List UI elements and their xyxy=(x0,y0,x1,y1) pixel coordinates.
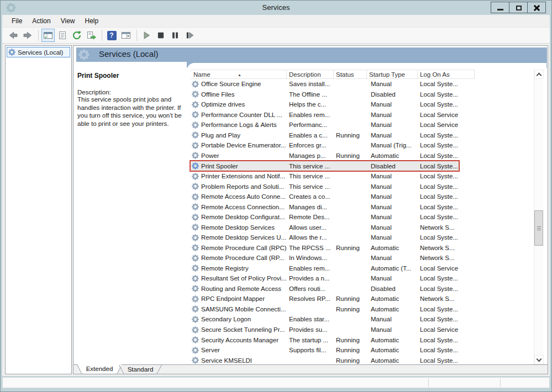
service-row[interactable]: Problem Reports and Soluti...This servic… xyxy=(190,181,475,192)
minimize-button[interactable] xyxy=(491,2,509,13)
service-row[interactable]: Remote Desktop Configurat...Remote Des..… xyxy=(190,212,475,223)
service-status: Running xyxy=(334,132,367,139)
service-name: Remote Registry xyxy=(201,265,249,272)
service-description: In Windows... xyxy=(287,255,334,261)
pause-service-button[interactable] xyxy=(169,29,182,42)
service-startup-type: Manual (Trig... xyxy=(367,142,418,149)
column-header-status[interactable]: Status xyxy=(334,70,367,78)
service-gear-icon xyxy=(192,316,199,323)
service-row[interactable]: Printer Extensions and Notif...This serv… xyxy=(190,171,475,182)
export-list-icon xyxy=(86,30,96,40)
console-tree-panel: Services (Local) xyxy=(5,45,72,374)
service-log-on-as: Local Syste... xyxy=(418,152,475,159)
column-header-description[interactable]: Description xyxy=(287,70,334,78)
service-log-on-as: Local Syste... xyxy=(418,275,475,282)
service-startup-type: Manual xyxy=(367,204,418,210)
service-row[interactable]: Plug and PlayEnables a c...RunningManual… xyxy=(190,130,475,141)
window-title: Services xyxy=(1,1,551,15)
toolbar-separator xyxy=(102,30,102,41)
tab-extended[interactable]: Extended xyxy=(77,364,122,374)
service-row[interactable]: ServerSupports fil...RunningAutomaticLoc… xyxy=(190,345,475,356)
service-log-on-as: Local Syste... xyxy=(418,316,475,322)
service-startup-type: Manual xyxy=(367,112,418,118)
service-row[interactable]: Remote Procedure Call (RPC)The RPCSS ...… xyxy=(190,243,475,253)
service-gear-icon xyxy=(192,152,199,159)
forward-arrow-button[interactable] xyxy=(21,29,34,42)
service-log-on-as: Local Syste... xyxy=(418,357,475,364)
service-row[interactable]: RPC Endpoint MapperResolves RP...Running… xyxy=(190,294,475,304)
refresh-button[interactable] xyxy=(70,29,83,42)
start-service-button[interactable] xyxy=(140,29,153,42)
back-arrow-button[interactable] xyxy=(7,29,20,42)
menu-action[interactable]: Action xyxy=(27,15,55,27)
vertical-scrollbar[interactable] xyxy=(534,70,543,364)
service-row[interactable]: Security Accounts ManagerThe startup ...… xyxy=(190,335,475,345)
stop-service-button[interactable] xyxy=(154,29,167,42)
service-name: Performance Logs & Alerts xyxy=(201,121,277,128)
service-gear-icon xyxy=(192,173,199,180)
service-row[interactable]: Performance Counter DLL ...Enables rem..… xyxy=(190,110,475,120)
service-row[interactable]: Offline FilesThe Offline ...DisabledLoca… xyxy=(190,89,475,100)
service-name: Print Spooler xyxy=(201,163,238,169)
service-description: Manages p... xyxy=(287,152,334,159)
menu-view[interactable]: View xyxy=(56,15,80,27)
service-row[interactable]: Remote Procedure Call (RP...In Windows..… xyxy=(190,253,475,263)
service-row[interactable]: Routing and Remote AccessOffers routi...… xyxy=(190,284,475,294)
service-row[interactable]: Secure Socket Tunneling Pr...Provides su… xyxy=(190,325,475,335)
service-startup-type: Automatic (T... xyxy=(367,265,418,272)
scroll-down-button[interactable] xyxy=(534,355,544,364)
close-button[interactable] xyxy=(527,2,546,13)
service-gear-icon xyxy=(192,255,199,262)
service-description: Provides su... xyxy=(287,326,334,333)
service-row[interactable]: Remote Desktop Services U...Allows the r… xyxy=(190,232,475,243)
service-row[interactable]: Portable Device Enumerator...Enforces gr… xyxy=(190,140,475,151)
menu-file[interactable]: File xyxy=(7,15,27,27)
service-row-print-spooler[interactable]: Print SpoolerThis service ...DisabledLoc… xyxy=(190,161,475,171)
tab-standard[interactable]: Standard xyxy=(119,365,162,374)
restart-service-button[interactable] xyxy=(183,29,196,42)
service-description: Allows user... xyxy=(287,224,334,231)
service-log-on-as: Network S... xyxy=(418,295,475,302)
tree-item-services-local[interactable]: Services (Local) xyxy=(7,47,70,57)
service-log-on-as: Local Service xyxy=(418,326,475,333)
scroll-up-button[interactable] xyxy=(534,70,544,79)
service-row[interactable]: Resultant Set of Policy Provi...Provides… xyxy=(190,273,475,284)
export-list-button[interactable] xyxy=(85,29,98,42)
show-console-tree-button[interactable] xyxy=(41,29,55,42)
services-gear-icon xyxy=(8,49,15,56)
service-row[interactable]: Remote Access Auto Conne...Creates a co.… xyxy=(190,192,475,202)
title-bar[interactable]: Services xyxy=(1,1,551,15)
service-startup-type: Manual xyxy=(367,214,418,220)
service-row[interactable]: Remote RegistryEnables rem...Automatic (… xyxy=(190,263,475,274)
properties-button[interactable] xyxy=(56,29,69,42)
column-header-startup-type[interactable]: Startup Type xyxy=(367,70,418,78)
menu-help[interactable]: Help xyxy=(80,15,104,27)
service-name: Remote Desktop Configurat... xyxy=(201,214,285,220)
service-row[interactable]: PowerManages p...RunningAutomaticLocal S… xyxy=(190,151,475,161)
help-button[interactable]: ? xyxy=(105,29,118,42)
window-controls xyxy=(491,2,546,13)
service-row[interactable]: Optimize drivesHelps the c...ManualLocal… xyxy=(190,99,475,110)
column-header-name[interactable]: Name▲ xyxy=(190,70,287,78)
service-row[interactable]: Performance Logs & AlertsPerformanc...Ma… xyxy=(190,120,475,130)
service-row[interactable]: Remote Access Connection...Manages di...… xyxy=(190,202,475,212)
service-name: Remote Procedure Call (RP... xyxy=(201,255,285,261)
service-row[interactable]: Remote Desktop ServicesAllows user...Man… xyxy=(190,222,475,232)
column-header-log-on-as[interactable]: Log On As xyxy=(418,70,475,78)
service-startup-type: Disabled xyxy=(367,163,418,169)
service-description: Helps the c... xyxy=(287,101,334,108)
service-row[interactable]: Office Source EngineSaves install...Manu… xyxy=(190,79,475,89)
service-row[interactable]: Service KMSELDIRunningAutomaticLocal Sys… xyxy=(190,355,475,364)
service-gear-icon xyxy=(192,336,199,343)
service-startup-type: Automatic xyxy=(367,357,418,364)
service-startup-type: Manual xyxy=(367,101,418,108)
scrollbar-thumb[interactable] xyxy=(534,210,543,246)
show-action-pane-button[interactable] xyxy=(119,29,133,42)
service-description: Offers routi... xyxy=(287,285,334,292)
service-row[interactable]: SAMSUNG Mobile Connecti...RunningAutomat… xyxy=(190,304,475,315)
refresh-icon xyxy=(72,30,82,40)
tab-label: Extended xyxy=(77,364,122,374)
service-row[interactable]: Secondary LogonEnables star...ManualLoca… xyxy=(190,314,475,325)
maximize-button[interactable] xyxy=(509,2,528,13)
service-gear-icon xyxy=(192,111,199,118)
